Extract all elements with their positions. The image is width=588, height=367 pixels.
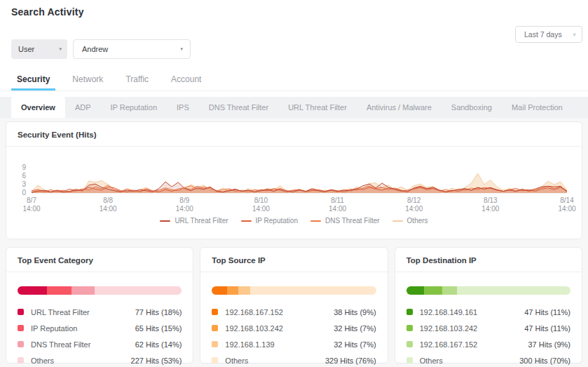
row-label: URL Threat Filter <box>31 308 90 316</box>
color-swatch-icon <box>406 341 413 347</box>
chevron-down-icon: ˅ <box>573 32 576 38</box>
table-row: IP Reputation 65 Hits (15%) <box>18 320 182 336</box>
row-value: 300 Hits (70%) <box>519 356 570 365</box>
table-row: URL Threat Filter 77 Hits (18%) <box>18 304 182 320</box>
bar-segment <box>47 286 71 295</box>
row-label: Others <box>420 356 443 365</box>
color-swatch-icon <box>18 341 24 347</box>
svg-text:9: 9 <box>22 164 26 171</box>
row-label: 192.168.149.161 <box>420 308 478 316</box>
color-swatch-icon <box>18 309 24 315</box>
color-swatch-icon <box>212 341 218 347</box>
bar-segment <box>442 286 457 295</box>
color-swatch-icon <box>406 325 413 331</box>
filter-query-select[interactable]: Andrew ▾ <box>73 39 191 59</box>
time-range-select[interactable]: Last 7 days ˅ <box>515 26 582 43</box>
stacked-bar <box>212 286 376 295</box>
tab-account[interactable]: Account <box>165 72 207 91</box>
row-label: Others <box>225 356 248 365</box>
svg-text:8/13: 8/13 <box>484 196 498 204</box>
security-event-chart[interactable]: 03698/714:008/814:008/914:008/1014:008/1… <box>6 158 582 214</box>
subtab-overview[interactable]: Overview <box>11 97 65 118</box>
svg-text:14:00: 14:00 <box>558 205 575 213</box>
subtab-adp[interactable]: ADP <box>65 97 101 118</box>
row-label: 192.168.1.139 <box>225 340 274 349</box>
filter-field-value: User <box>18 45 34 53</box>
table-row: 192.168.167.152 38 Hits (9%) <box>212 304 376 320</box>
content-area: Security Event (Hits) 03698/714:008/814:… <box>0 118 588 367</box>
subtab-antivirus-malware[interactable]: Antivirus / Malware <box>357 97 442 118</box>
row-value: 62 Hits (14%) <box>135 340 182 349</box>
page-title: Search Activity <box>11 6 84 18</box>
table-row: 192.168.1.139 32 Hits (7%) <box>212 336 376 352</box>
tab-traffic[interactable]: Traffic <box>120 72 154 91</box>
svg-text:8/7: 8/7 <box>27 196 36 204</box>
bar-segment <box>95 286 182 295</box>
row-value: 47 Hits (11%) <box>524 308 570 316</box>
stacked-bar <box>406 286 570 295</box>
legend-item-ip-reputation[interactable]: IP Reputation <box>241 217 298 225</box>
chart-legend: URL Threat Filter IP Reputation DNS Thre… <box>6 217 582 225</box>
bar-segment <box>227 286 239 295</box>
card-rows: URL Threat Filter 77 Hits (18%) IP Reput… <box>6 304 193 367</box>
row-value: 32 Hits (7%) <box>334 324 376 333</box>
row-value: 65 Hits (15%) <box>135 324 182 333</box>
row-label: 192.168.103.242 <box>420 324 478 333</box>
color-swatch-icon <box>212 309 218 315</box>
color-swatch-icon <box>406 309 413 315</box>
table-row: 192.168.149.161 47 Hits (11%) <box>406 304 570 320</box>
legend-line-icon <box>160 220 170 222</box>
legend-label: DNS Threat Filter <box>325 217 380 225</box>
tab-network[interactable]: Network <box>67 72 109 91</box>
top-destination-ip-card: Top Destination IP 192.168.149.161 47 Hi… <box>395 247 582 363</box>
svg-text:3: 3 <box>22 180 26 188</box>
row-value: 37 Hits (9%) <box>528 340 570 349</box>
subtab-ip-reputation[interactable]: IP Reputation <box>101 97 167 118</box>
row-label: DNS Threat Filter <box>31 340 90 349</box>
chart-title: Security Event (Hits) <box>6 122 582 147</box>
card-rows: 192.168.167.152 38 Hits (9%) 192.168.103… <box>200 304 387 367</box>
subtab-mail-protection[interactable]: Mail Protection <box>502 97 573 118</box>
svg-text:14:00: 14:00 <box>176 205 193 213</box>
row-value: 38 Hits (9%) <box>334 308 376 316</box>
bar-segment <box>238 286 250 295</box>
svg-text:14:00: 14:00 <box>405 205 423 213</box>
row-label: Others <box>31 356 54 365</box>
table-row: Others 329 Hits (76%) <box>212 352 376 367</box>
filter-field-select[interactable]: User ▾ <box>11 39 67 59</box>
svg-text:14:00: 14:00 <box>100 205 117 213</box>
svg-text:14:00: 14:00 <box>252 205 270 213</box>
color-swatch-icon <box>406 357 413 363</box>
chevron-down-icon: ▾ <box>59 46 62 52</box>
subtab-dns-threat-filter[interactable]: DNS Threat Filter <box>199 97 278 118</box>
legend-item-dns-threat-filter[interactable]: DNS Threat Filter <box>310 217 380 225</box>
color-swatch-icon <box>18 357 24 363</box>
subtab-ips[interactable]: IPS <box>167 97 199 118</box>
row-value: 77 Hits (18%) <box>135 308 182 316</box>
subtab-url-threat-filter[interactable]: URL Threat Filter <box>278 97 357 118</box>
legend-label: URL Threat Filter <box>175 217 228 225</box>
bar-segment <box>457 286 570 295</box>
table-row: DNS Threat Filter 62 Hits (14%) <box>18 336 182 352</box>
svg-text:14:00: 14:00 <box>481 205 499 213</box>
row-label: 192.168.103.242 <box>225 324 283 333</box>
svg-text:8/9: 8/9 <box>179 196 189 204</box>
svg-text:0: 0 <box>22 189 26 196</box>
row-value: 32 Hits (7%) <box>334 340 376 349</box>
filter-query-value: Andrew <box>82 45 108 53</box>
summary-cards: Top Event Category URL Threat Filter 77 … <box>6 247 582 363</box>
legend-item-url-threat-filter[interactable]: URL Threat Filter <box>160 217 228 225</box>
table-row: Others 300 Hits (70%) <box>406 352 570 367</box>
svg-text:14:00: 14:00 <box>22 205 40 213</box>
legend-item-others[interactable]: Others <box>392 217 428 225</box>
card-rows: 192.168.149.161 47 Hits (11%) 192.168.10… <box>395 304 582 367</box>
table-row: 192.168.167.152 37 Hits (9%) <box>406 336 570 352</box>
legend-line-icon <box>310 220 321 222</box>
card-title: Top Event Category <box>6 248 193 272</box>
legend-line-icon <box>241 220 252 222</box>
row-label: IP Reputation <box>31 324 77 333</box>
tab-security[interactable]: Security <box>11 72 55 91</box>
svg-text:8/12: 8/12 <box>407 196 421 204</box>
subtab-sandboxing[interactable]: Sandboxing <box>442 97 502 118</box>
table-row: 192.168.103.242 32 Hits (7%) <box>212 320 376 336</box>
